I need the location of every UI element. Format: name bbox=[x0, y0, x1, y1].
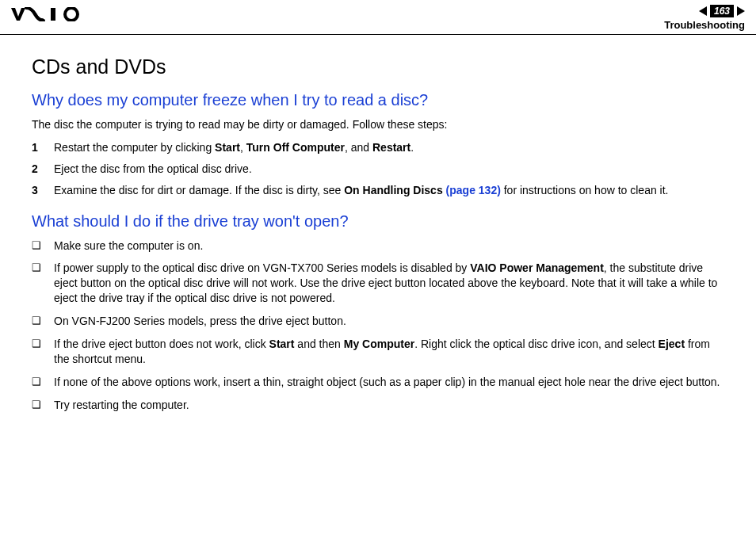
page-nav: 163 Troubleshooting bbox=[664, 5, 745, 31]
svg-rect-0 bbox=[51, 8, 55, 21]
vaio-logo bbox=[11, 5, 84, 24]
page-number: 163 bbox=[710, 5, 734, 17]
list-item: If power supply to the optical disc driv… bbox=[32, 261, 724, 306]
list-item: If the drive eject button does not work,… bbox=[32, 337, 724, 367]
section-label: Troubleshooting bbox=[664, 19, 745, 31]
page-header: 163 Troubleshooting bbox=[0, 0, 756, 35]
bullets-list: Make sure the computer is on. If power s… bbox=[32, 238, 724, 413]
step-item: Restart the computer by clicking Start, … bbox=[32, 140, 724, 155]
steps-list: Restart the computer by clicking Start, … bbox=[32, 140, 724, 198]
step-item: Eject the disc from the optical disc dri… bbox=[32, 162, 724, 177]
list-item: Try restarting the computer. bbox=[32, 398, 724, 413]
page-content: CDs and DVDs Why does my computer freeze… bbox=[0, 35, 756, 437]
prev-page-arrow[interactable] bbox=[699, 6, 707, 16]
page-title: CDs and DVDs bbox=[32, 55, 724, 78]
next-page-arrow[interactable] bbox=[737, 6, 745, 16]
question-heading-2: What should I do if the drive tray won't… bbox=[32, 212, 724, 231]
intro-text-1: The disc the computer is trying to read … bbox=[32, 117, 724, 132]
question-heading-1: Why does my computer freeze when I try t… bbox=[32, 91, 724, 109]
step-item: Examine the disc for dirt or damage. If … bbox=[32, 183, 724, 198]
svg-point-1 bbox=[65, 8, 78, 21]
page-link[interactable]: (page 132) bbox=[446, 184, 501, 196]
list-item: Make sure the computer is on. bbox=[32, 238, 724, 254]
list-item: If none of the above options work, inser… bbox=[32, 375, 724, 390]
list-item: On VGN-FJ200 Series models, press the dr… bbox=[32, 314, 724, 329]
